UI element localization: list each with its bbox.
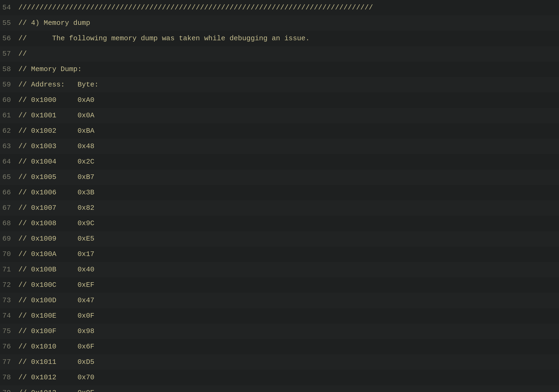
line-number: 64 (0, 154, 18, 170)
line-number: 73 (0, 293, 18, 308)
line-content: // Memory Dump: (18, 62, 559, 77)
code-line: 57// (0, 46, 559, 62)
line-number: 74 (0, 308, 18, 324)
code-line: 78// 0x1012 0x70 (0, 370, 559, 385)
line-content: // 0x100B 0x40 (18, 262, 559, 277)
code-line: 67// 0x1007 0x82 (0, 200, 559, 216)
code-line: 77// 0x1011 0xD5 (0, 354, 559, 370)
line-content: // 0x1002 0xBA (18, 123, 559, 139)
line-number: 57 (0, 46, 18, 62)
line-content: // 0x100C 0xEF (18, 277, 559, 293)
line-content: // 4) Memory dump (18, 15, 559, 31)
line-number: 67 (0, 200, 18, 216)
line-number: 61 (0, 108, 18, 123)
line-number: 55 (0, 15, 18, 31)
code-line: 71// 0x100B 0x40 (0, 262, 559, 277)
line-number: 78 (0, 370, 18, 385)
line-number: 63 (0, 139, 18, 154)
code-line: 59// Address: Byte: (0, 77, 559, 92)
line-content: ////////////////////////////////////////… (18, 0, 559, 15)
line-number: 71 (0, 262, 18, 277)
line-content: // 0x1004 0x2C (18, 154, 559, 170)
line-number: 60 (0, 92, 18, 108)
code-line: 56// The following memory dump was taken… (0, 31, 559, 46)
line-content: // The following memory dump was taken w… (18, 31, 559, 46)
code-line: 65// 0x1005 0xB7 (0, 170, 559, 185)
code-line: 54//////////////////////////////////////… (0, 0, 559, 15)
code-line: 68// 0x1008 0x9C (0, 216, 559, 231)
code-line: 66// 0x1006 0x3B (0, 185, 559, 200)
code-line: 74// 0x100E 0x0F (0, 308, 559, 324)
code-line: 63// 0x1003 0x48 (0, 139, 559, 154)
code-line: 58// Memory Dump: (0, 62, 559, 77)
code-line: 60// 0x1000 0xA0 (0, 92, 559, 108)
code-line: 76// 0x1010 0x6F (0, 339, 559, 354)
code-editor: 54//////////////////////////////////////… (0, 0, 559, 392)
line-content: // 0x1001 0x0A (18, 108, 559, 123)
line-number: 75 (0, 324, 18, 339)
line-number: 65 (0, 170, 18, 185)
code-line: 62// 0x1002 0xBA (0, 123, 559, 139)
line-number: 66 (0, 185, 18, 200)
line-content: // 0x1007 0x82 (18, 200, 559, 216)
line-number: 68 (0, 216, 18, 231)
line-number: 56 (0, 31, 18, 46)
line-number: 72 (0, 277, 18, 293)
code-line: 72// 0x100C 0xEF (0, 277, 559, 293)
line-content: // 0x100A 0x17 (18, 247, 559, 262)
line-number: 79 (0, 385, 18, 392)
code-line: 69// 0x1009 0xE5 (0, 231, 559, 247)
line-number: 59 (0, 77, 18, 92)
code-line: 79// 0x1013 0x9E (0, 385, 559, 392)
line-content: // 0x1000 0xA0 (18, 92, 559, 108)
line-number: 62 (0, 123, 18, 139)
code-line: 75// 0x100F 0x98 (0, 324, 559, 339)
line-content: // 0x1008 0x9C (18, 216, 559, 231)
code-line: 73// 0x100D 0x47 (0, 293, 559, 308)
line-content: // 0x1003 0x48 (18, 139, 559, 154)
line-content: // 0x100F 0x98 (18, 324, 559, 339)
line-content: // 0x1013 0x9E (18, 385, 559, 392)
line-content: // 0x1006 0x3B (18, 185, 559, 200)
line-content: // 0x100E 0x0F (18, 308, 559, 324)
line-content: // 0x1009 0xE5 (18, 231, 559, 247)
line-content: // Address: Byte: (18, 77, 559, 92)
line-number: 69 (0, 231, 18, 247)
line-number: 54 (0, 0, 18, 15)
code-line: 64// 0x1004 0x2C (0, 154, 559, 170)
code-line: 61// 0x1001 0x0A (0, 108, 559, 123)
line-content: // 0x100D 0x47 (18, 293, 559, 308)
line-number: 76 (0, 339, 18, 354)
line-content: // 0x1012 0x70 (18, 370, 559, 385)
code-line: 70// 0x100A 0x17 (0, 247, 559, 262)
line-number: 58 (0, 62, 18, 77)
line-number: 70 (0, 247, 18, 262)
line-number: 77 (0, 354, 18, 370)
code-line: 55// 4) Memory dump (0, 15, 559, 31)
line-content: // (18, 46, 559, 62)
line-content: // 0x1011 0xD5 (18, 354, 559, 370)
line-content: // 0x1010 0x6F (18, 339, 559, 354)
line-content: // 0x1005 0xB7 (18, 170, 559, 185)
